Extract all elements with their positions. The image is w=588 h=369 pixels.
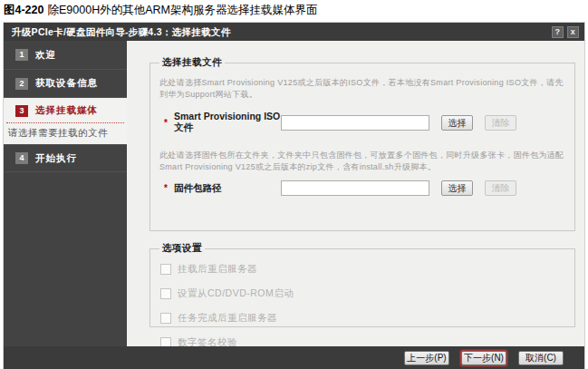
firmware-path-input[interactable]: [281, 180, 429, 196]
step-number-badge: 1: [15, 49, 28, 61]
iso-field-label: Smart Provisioning ISO文件: [174, 111, 281, 134]
required-mark: *: [161, 118, 170, 128]
checkbox-row-restart-after-mount: 挂载后重启服务器: [160, 263, 567, 276]
help-icon[interactable]: ?: [552, 26, 564, 38]
firmware-path-label: 固件包路径: [174, 182, 281, 195]
sidebar-step-welcome[interactable]: 1 欢迎: [4, 41, 127, 70]
firmware-description: 此处请选择固件包所在文件夹，文件夹中只包含固件包，可放置多个固件包，同时升级多张…: [159, 150, 565, 173]
step-number-badge: 3: [15, 105, 28, 117]
active-step-head: 3 选择挂载媒体: [4, 104, 127, 117]
firmware-field-row: * 固件包路径 选择 清除: [158, 180, 567, 196]
firmware-select-button[interactable]: 选择: [441, 180, 473, 196]
checkbox-label: 挂载后重启服务器: [178, 263, 257, 276]
options-section-legend: 选项设置: [159, 242, 205, 255]
active-step-subtitle: 请选择需要挂载的文件: [4, 127, 127, 140]
iso-clear-button: 清除: [485, 115, 516, 131]
dialog-title: 升级PCIe卡/硬盘固件向导-步骤4.3：选择挂载文件: [12, 26, 230, 37]
main-content: 选择挂载文件 此处请选择Smart Provisioning V125或之后版本…: [127, 41, 584, 346]
sidebar-step-device-info[interactable]: 2 获取设备信息: [4, 70, 127, 98]
sidebar-step-select-media-active[interactable]: 3 选择挂载媒体 请选择需要挂载的文件: [4, 98, 127, 145]
close-icon[interactable]: x: [567, 26, 579, 38]
checkbox-icon: [160, 288, 171, 299]
previous-step-button[interactable]: 上一步(P): [404, 351, 449, 365]
screenshot-root: 图4-220除E9000H外的其他ARM架构服务器选择挂载媒体界面 升级PCIe…: [0, 0, 588, 369]
mount-file-section: 选择挂载文件 此处请选择Smart Provisioning V125或之后版本…: [149, 56, 575, 231]
figure-title: 除E9000H外的其他ARM架构服务器选择挂载媒体界面: [47, 4, 317, 16]
dialog-footer: 上一步(P) 下一步(N) 取消(C): [4, 346, 584, 369]
firmware-clear-button: 清除: [485, 180, 516, 196]
step-label: 获取设备信息: [35, 77, 98, 90]
wizard-step-sidebar: 1 欢迎 2 获取设备信息 3 选择挂载媒体 请选择需要挂载的文件 4: [4, 41, 127, 346]
iso-description: 此处请选择Smart Provisioning V125或之后版本的ISO文件，…: [159, 77, 565, 101]
sidebar-step-execute[interactable]: 4 开始执行: [4, 145, 127, 172]
checkbox-label: 设置从CD/DVD-ROM启动: [178, 287, 294, 300]
checkbox-icon: [160, 264, 171, 275]
iso-select-button[interactable]: 选择: [441, 115, 473, 131]
wizard-dialog: 升级PCIe卡/硬盘固件向导-步骤4.3：选择挂载文件 ? x 1 欢迎 2 获…: [4, 23, 584, 369]
iso-file-input[interactable]: [281, 115, 429, 131]
options-section: 选项设置 挂载后重启服务器 设置从CD/DVD-ROM启动 任务完成后重启服务器: [149, 242, 575, 327]
dialog-body: 1 欢迎 2 获取设备信息 3 选择挂载媒体 请选择需要挂载的文件 4: [4, 41, 584, 346]
step-number-badge: 2: [15, 78, 28, 90]
checkbox-row-restart-after-task: 任务完成后重启服务器: [160, 312, 567, 325]
mount-section-legend: 选择挂载文件: [159, 56, 225, 69]
checkbox-row-boot-from-cd: 设置从CD/DVD-ROM启动: [160, 287, 567, 300]
required-mark: *: [161, 183, 170, 193]
step-label: 欢迎: [35, 49, 56, 62]
active-step-divider: [6, 122, 124, 123]
figure-caption: 图4-220除E9000H外的其他ARM架构服务器选择挂载媒体界面: [4, 3, 317, 18]
dialog-titlebar: 升级PCIe卡/硬盘固件向导-步骤4.3：选择挂载文件 ? x: [4, 23, 584, 41]
figure-number: 图4-220: [4, 4, 43, 16]
iso-field-row: * Smart Provisioning ISO文件 选择 清除: [158, 111, 567, 134]
checkbox-icon: [160, 313, 171, 324]
step-number-badge: 4: [15, 152, 28, 164]
step-label: 选择挂载媒体: [35, 104, 98, 117]
step-label: 开始执行: [35, 152, 77, 165]
cancel-button[interactable]: 取消(C): [518, 351, 564, 365]
checkbox-label: 任务完成后重启服务器: [178, 312, 277, 325]
next-step-button[interactable]: 下一步(N): [461, 351, 506, 365]
